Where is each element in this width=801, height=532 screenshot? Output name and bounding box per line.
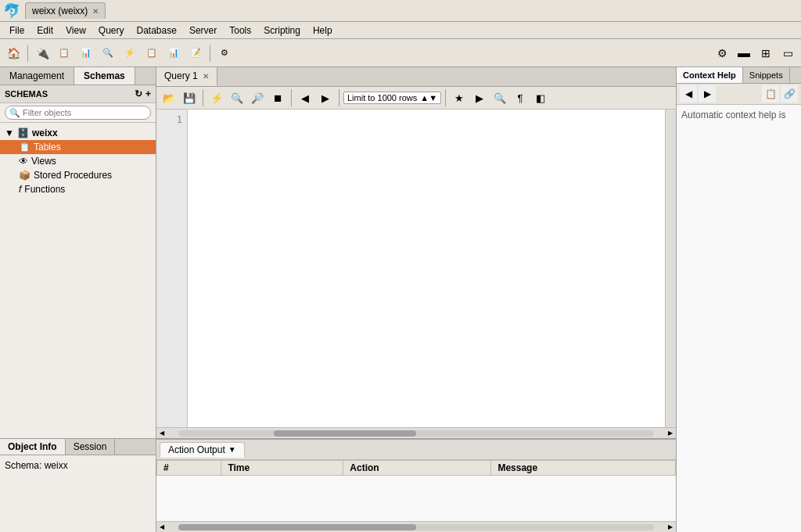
- functions-icon: f: [19, 184, 21, 195]
- app-icon: 🐬: [3, 2, 20, 20]
- search-icon: 🔍: [9, 108, 20, 118]
- action-output-tab[interactable]: Action Output ▼: [160, 442, 245, 458]
- output-scrollbar[interactable]: ◀ ▶: [156, 521, 676, 532]
- menu-file[interactable]: File: [3, 23, 31, 38]
- add-schema-icon[interactable]: +: [145, 88, 151, 99]
- explain-btn[interactable]: 🔍: [228, 88, 246, 107]
- find-btn[interactable]: 🔍: [490, 88, 509, 107]
- action-output-label: Action Output: [168, 444, 225, 455]
- filter-input[interactable]: [5, 106, 151, 120]
- layout2-icon[interactable]: ⊞: [756, 43, 776, 63]
- output-dropdown-icon[interactable]: ▼: [228, 445, 236, 454]
- management-tab[interactable]: Management: [0, 67, 74, 84]
- limit-select[interactable]: Limit to 1000 rows ▲▼: [343, 92, 441, 104]
- layout3-icon[interactable]: ▭: [778, 43, 798, 63]
- sep-q4: [445, 89, 446, 106]
- app-tab-close[interactable]: ✕: [92, 7, 99, 16]
- limit-arrow: ▲▼: [420, 93, 437, 102]
- views-icon: 👁: [19, 156, 28, 167]
- query-btn[interactable]: 📝: [185, 43, 206, 63]
- query-tabs: Query 1 ✕: [156, 67, 676, 87]
- inspect-btn[interactable]: 🔍: [98, 43, 118, 63]
- stored-procedures-item[interactable]: 📦 Stored Procedures: [0, 168, 156, 182]
- visual-explain-btn[interactable]: 🔎: [248, 88, 267, 107]
- word-wrap-btn[interactable]: ¶: [511, 88, 530, 107]
- filter-wrapper: 🔍: [5, 106, 151, 120]
- execute-btn[interactable]: ⚡: [207, 88, 226, 107]
- expand-arrow: ▼: [5, 128, 14, 138]
- query1-tab[interactable]: Query 1 ✕: [156, 67, 217, 86]
- schemas-tab[interactable]: Schemas: [74, 67, 135, 84]
- menu-query[interactable]: Query: [92, 23, 131, 38]
- output-thumb: [178, 524, 416, 530]
- new-connection-btn[interactable]: 🔌: [32, 43, 52, 63]
- context-help-text: Automatic context help is: [681, 110, 785, 120]
- menu-view[interactable]: View: [59, 23, 92, 38]
- schema-insp-btn[interactable]: 📋: [142, 43, 162, 63]
- menu-scripting[interactable]: Scripting: [257, 23, 307, 38]
- snippet-btn[interactable]: ◧: [531, 88, 550, 107]
- col-action: Action: [343, 461, 491, 476]
- functions-label: Functions: [24, 184, 65, 195]
- home-btn[interactable]: 🏠: [3, 43, 23, 63]
- menu-server[interactable]: Server: [183, 23, 223, 38]
- scroll-left[interactable]: ◀: [156, 428, 167, 439]
- bottom-left-tabs: Object Info Session: [0, 439, 156, 455]
- bottom-left-panel: Object Info Session Schema: weixx: [0, 438, 156, 532]
- save-file-btn[interactable]: 💾: [180, 88, 199, 107]
- output-track: [178, 524, 654, 530]
- query1-label: Query 1: [164, 70, 198, 81]
- left-panel: Management Schemas SCHEMAS ↻ + 🔍 ▼ 🗄️ we…: [0, 67, 156, 532]
- sql-editor[interactable]: [188, 110, 665, 427]
- snippets-tab[interactable]: Snippets: [743, 67, 790, 83]
- migrate-btn[interactable]: 📊: [76, 43, 96, 63]
- config-btn[interactable]: ⚙: [214, 43, 235, 63]
- panel-tabs: Management Schemas: [0, 67, 156, 85]
- next-btn[interactable]: ▶: [316, 88, 335, 107]
- bookmark-btn[interactable]: ★: [450, 88, 469, 107]
- refresh-icon[interactable]: ↻: [135, 88, 142, 99]
- menu-database[interactable]: Database: [131, 23, 183, 38]
- perf-btn[interactable]: ⚡: [120, 43, 140, 63]
- object-info-tab[interactable]: Object Info: [0, 439, 66, 455]
- open-file-btn[interactable]: 📂: [160, 88, 178, 107]
- nav-next-btn[interactable]: ▶: [699, 85, 716, 102]
- open-schema-btn[interactable]: 📋: [54, 43, 74, 63]
- menu-help[interactable]: Help: [307, 23, 339, 38]
- views-item[interactable]: 👁 Views: [0, 154, 156, 168]
- horizontal-scrollbar[interactable]: ◀ ▶: [156, 427, 676, 438]
- vertical-scrollbar[interactable]: [665, 110, 676, 427]
- session-tab[interactable]: Session: [66, 439, 116, 455]
- help-action2[interactable]: 🔗: [781, 85, 798, 102]
- menu-bar: File Edit View Query Database Server Too…: [0, 22, 801, 39]
- tables-item[interactable]: 📋 Tables: [0, 140, 156, 154]
- output-scroll-left[interactable]: ◀: [156, 522, 167, 533]
- output-area: Action Output ▼ # Time Action Message: [156, 438, 676, 532]
- schemas-header-icons: ↻ +: [135, 88, 151, 99]
- help-action1[interactable]: 📋: [762, 85, 779, 102]
- stop-btn[interactable]: ⏹: [268, 88, 287, 107]
- right-panel-tabs: Context Help Snippets: [677, 67, 801, 84]
- settings-icon[interactable]: ⚙: [712, 43, 732, 63]
- schema-info: Schema: weixx: [5, 460, 68, 471]
- layout1-icon[interactable]: ▬: [734, 43, 754, 63]
- menu-tools[interactable]: Tools: [223, 23, 257, 38]
- database-node[interactable]: ▼ 🗄️ weixx: [0, 126, 156, 140]
- query1-close[interactable]: ✕: [203, 72, 209, 81]
- output-scroll-right[interactable]: ▶: [665, 522, 676, 533]
- run-script-btn[interactable]: ▶: [470, 88, 489, 107]
- line-numbers: 1: [156, 110, 188, 427]
- schemas-header: SCHEMAS ↻ +: [0, 85, 156, 103]
- functions-item[interactable]: f Functions: [0, 182, 156, 196]
- col-message: Message: [491, 461, 676, 476]
- table-data-btn[interactable]: 📊: [163, 43, 184, 63]
- db-icon: 🗄️: [17, 128, 29, 138]
- app-tab[interactable]: weixx (weixx) ✕: [25, 2, 106, 19]
- col-time: Time: [221, 461, 343, 476]
- context-help-tab[interactable]: Context Help: [677, 67, 743, 83]
- menu-edit[interactable]: Edit: [31, 23, 59, 38]
- scroll-right[interactable]: ▶: [665, 428, 676, 439]
- nav-prev-btn[interactable]: ◀: [680, 85, 697, 102]
- sep-q2: [291, 89, 292, 106]
- prev-btn[interactable]: ◀: [296, 88, 314, 107]
